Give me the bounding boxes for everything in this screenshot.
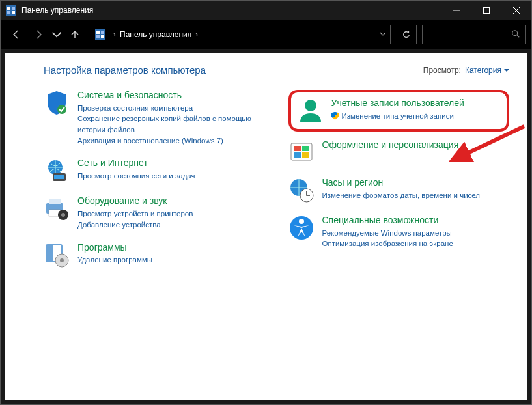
svg-rect-11 — [101, 31, 104, 34]
category-link[interactable]: Проверка состояния компьютера — [77, 103, 265, 114]
svg-rect-21 — [49, 199, 61, 204]
clock-globe-icon — [288, 177, 315, 203]
breadcrumb-item[interactable]: Панель управления — [120, 30, 191, 39]
svg-rect-13 — [101, 35, 104, 38]
svg-rect-31 — [294, 146, 301, 151]
category-title[interactable]: Оформление и персонализация — [322, 139, 459, 150]
svg-rect-3 — [7, 11, 10, 14]
globe-network-icon — [44, 158, 70, 184]
svg-rect-12 — [96, 35, 100, 38]
category-link[interactable]: Изменение форматов даты, времени и чисел — [322, 190, 481, 201]
category-title[interactable]: Специальные возможности — [322, 215, 453, 226]
svg-point-16 — [57, 105, 66, 114]
svg-point-29 — [305, 100, 316, 111]
refresh-button[interactable] — [396, 25, 417, 44]
category-title[interactable]: Оборудование и звук — [77, 195, 193, 206]
programs-icon — [44, 242, 70, 268]
category-clock-region: Часы и регион Изменение форматов даты, в… — [288, 177, 510, 203]
svg-rect-33 — [294, 152, 301, 158]
category-hardware-sound: Оборудование и звук Просмотр устройств и… — [44, 195, 265, 230]
navbar: › Панель управления › — [1, 20, 531, 49]
category-link[interactable]: Изменение типа учетной записи — [331, 111, 464, 122]
category-link[interactable]: Оптимизация изображения на экране — [322, 238, 453, 249]
category-link[interactable]: Просмотр состояния сети и задач — [77, 171, 195, 182]
personalization-icon — [288, 139, 315, 165]
heading-row: Настройка параметров компьютера Просмотр… — [44, 64, 509, 76]
category-programs: Программы Удаление программы — [44, 242, 265, 268]
left-column: Система и безопасность Проверка состояни… — [44, 90, 265, 280]
window-title: Панель управления — [21, 6, 441, 15]
view-by-label: Просмотр: — [423, 66, 461, 75]
category-appearance: Оформление и персонализация — [288, 139, 510, 165]
content-area: Настройка параметров компьютера Просмотр… — [5, 53, 527, 400]
svg-rect-10 — [96, 31, 100, 34]
chevron-right-icon: › — [195, 30, 198, 39]
address-bar[interactable]: › Панель управления › — [91, 25, 391, 44]
svg-rect-6 — [484, 8, 490, 14]
control-panel-window: Панель управления › Панель управления › — [0, 0, 532, 405]
category-title[interactable]: Часы и регион — [322, 177, 481, 188]
search-icon — [511, 29, 520, 40]
right-column: Учетные записи пользователей Изменение т… — [288, 90, 510, 280]
category-title[interactable]: Учетные записи пользователей — [331, 98, 464, 109]
minimize-button[interactable] — [441, 1, 471, 20]
printer-icon — [44, 195, 70, 221]
svg-rect-30 — [291, 143, 312, 160]
svg-rect-1 — [7, 7, 10, 10]
category-link[interactable]: Удаление программы — [77, 255, 152, 266]
svg-rect-26 — [46, 245, 53, 262]
category-link[interactable]: Просмотр устройств и принтеров — [77, 208, 193, 219]
category-title[interactable]: Программы — [77, 242, 152, 253]
svg-point-14 — [512, 30, 518, 35]
shield-icon — [44, 90, 70, 116]
chevron-down-icon[interactable] — [380, 30, 386, 39]
chevron-down-icon — [504, 68, 509, 73]
accessibility-icon — [288, 215, 315, 241]
close-button[interactable] — [501, 1, 531, 20]
view-by-dropdown[interactable]: Категория — [465, 66, 509, 75]
svg-rect-4 — [12, 11, 15, 14]
control-panel-icon — [95, 29, 105, 40]
view-by-value: Категория — [465, 66, 501, 75]
svg-point-38 — [299, 219, 304, 224]
svg-rect-34 — [302, 152, 309, 158]
maximize-button[interactable] — [471, 1, 501, 20]
svg-rect-2 — [12, 7, 15, 10]
back-button[interactable] — [6, 24, 27, 45]
category-user-accounts: Учетные записи пользователей Изменение т… — [288, 90, 510, 132]
svg-point-24 — [61, 213, 65, 217]
svg-point-28 — [60, 258, 64, 262]
svg-rect-19 — [54, 175, 64, 179]
up-button[interactable] — [64, 24, 85, 45]
chevron-right-icon: › — [113, 30, 116, 39]
category-link[interactable]: Архивация и восстановление (Windows 7) — [77, 135, 265, 147]
category-title[interactable]: Сеть и Интернет — [77, 158, 195, 169]
forward-button[interactable] — [28, 24, 49, 45]
category-system-security: Система и безопасность Проверка состояни… — [44, 90, 265, 146]
control-panel-icon — [6, 5, 16, 16]
titlebar: Панель управления — [1, 1, 531, 20]
svg-line-15 — [517, 35, 520, 37]
category-link[interactable]: Сохранение резервных копий файлов с помо… — [77, 113, 265, 135]
category-link[interactable]: Рекомендуемые Windows параметры — [322, 228, 453, 239]
category-network: Сеть и Интернет Просмотр состояния сети … — [44, 158, 265, 184]
category-link[interactable]: Добавление устройства — [77, 219, 193, 230]
window-controls — [441, 1, 531, 20]
category-accessibility: Специальные возможности Рекомендуемые Wi… — [288, 215, 510, 249]
recent-dropdown[interactable] — [50, 24, 63, 45]
user-icon — [298, 98, 324, 124]
search-input[interactable] — [422, 25, 526, 44]
category-title[interactable]: Система и безопасность — [77, 90, 265, 101]
category-grid: Система и безопасность Проверка состояни… — [44, 90, 509, 280]
page-title: Настройка параметров компьютера — [44, 64, 423, 76]
svg-rect-32 — [302, 146, 309, 151]
